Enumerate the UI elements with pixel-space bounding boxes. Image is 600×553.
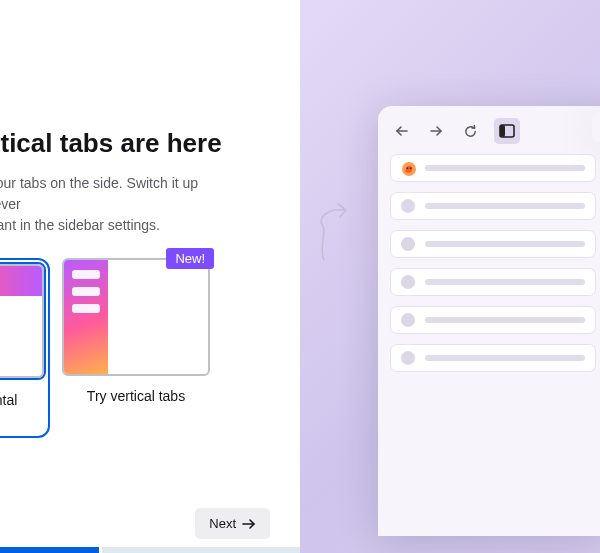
- svg-point-6: [406, 167, 408, 169]
- footer: Next: [0, 508, 300, 539]
- progress-bar: [0, 547, 300, 553]
- next-button[interactable]: Next: [195, 508, 270, 539]
- browser-preview-window: [378, 106, 600, 536]
- secondary-panel-peek: [592, 112, 600, 142]
- svg-point-7: [410, 167, 412, 169]
- tab-row: [390, 230, 596, 258]
- tab-row: [390, 344, 596, 372]
- page-title: Vertical tabs are here: [0, 128, 300, 159]
- option-vertical-tabs[interactable]: New! Try vertical tabs: [62, 258, 210, 438]
- layout-options: Keep horizontal tabs New! Try vertical t…: [0, 258, 300, 438]
- option-label: Keep horizontal tabs: [0, 392, 46, 424]
- vertical-preview: [62, 258, 210, 376]
- sidebar-icon: [494, 118, 520, 144]
- horizontal-preview: [0, 262, 46, 380]
- tab-row: [390, 268, 596, 296]
- option-horizontal-tabs[interactable]: Keep horizontal tabs: [0, 258, 50, 438]
- reload-icon: [460, 121, 480, 141]
- browser-toolbar: [390, 118, 596, 154]
- tab-row: [390, 154, 596, 182]
- firefox-icon: [401, 161, 415, 175]
- tab-row: [390, 306, 596, 334]
- svg-rect-4: [500, 125, 505, 137]
- page-description: See your tabs on the side. Switch it up …: [0, 173, 260, 236]
- option-label: Try vertical tabs: [87, 388, 185, 404]
- onboarding-left-pane: Vertical tabs are here See your tabs on …: [0, 0, 300, 553]
- new-badge: New!: [166, 248, 214, 269]
- back-icon: [392, 121, 412, 141]
- tab-row: [390, 192, 596, 220]
- arrow-right-icon: [242, 518, 256, 530]
- forward-icon: [426, 121, 446, 141]
- vertical-tab-list: [390, 154, 596, 372]
